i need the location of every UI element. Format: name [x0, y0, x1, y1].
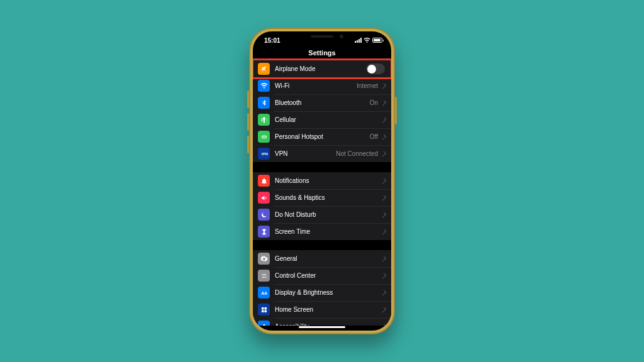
chevron-right-icon: [380, 229, 386, 234]
row-sounds-haptics[interactable]: Sounds & Haptics: [253, 189, 391, 206]
chevron-right-icon: [380, 324, 386, 326]
row-label: Cellular: [275, 116, 380, 123]
battery-icon: [372, 38, 382, 43]
antenna-icon: [258, 114, 270, 126]
row-do-not-disturb[interactable]: Do Not Disturb: [253, 206, 391, 223]
chevron-right-icon: [380, 100, 386, 106]
speaker-icon: [258, 192, 270, 204]
status-time: 15:01: [264, 37, 280, 44]
row-label: Sounds & Haptics: [275, 194, 380, 201]
page-title: Settings: [253, 49, 391, 60]
row-label: Do Not Disturb: [275, 211, 380, 218]
phone-frame: 15:01 Settings Airplane ModeWi-FiInterne…: [249, 28, 395, 334]
row-label: Accessibility: [275, 323, 380, 326]
vpn-icon: VPN: [258, 148, 270, 160]
bluetooth-icon: [258, 97, 270, 109]
row-home-screen[interactable]: Home Screen: [253, 301, 391, 318]
row-cellular[interactable]: Cellular: [253, 111, 391, 128]
row-notifications[interactable]: Notifications: [253, 172, 391, 189]
row-label: Home Screen: [275, 306, 380, 313]
airplane-icon: [258, 63, 270, 75]
chevron-right-icon: [380, 151, 386, 156]
row-label: Display & Brightness: [275, 289, 380, 296]
row-label: Control Center: [275, 272, 380, 279]
person-icon: [258, 321, 270, 326]
row-vpn[interactable]: VPNVPNNot Connected: [253, 145, 391, 162]
switches-icon: [258, 270, 270, 282]
settings-list[interactable]: Airplane ModeWi-FiInternetBluetoothOnCel…: [253, 60, 391, 326]
row-label: Bluetooth: [275, 99, 370, 106]
chevron-right-icon: [380, 134, 386, 140]
row-display-brightness[interactable]: AADisplay & Brightness: [253, 284, 391, 301]
home-indicator[interactable]: [299, 326, 345, 328]
row-general[interactable]: General: [253, 250, 391, 267]
row-value: Not Connected: [336, 150, 378, 157]
row-accessibility[interactable]: Accessibility: [253, 318, 391, 326]
chevron-right-icon: [380, 273, 386, 278]
row-screen-time[interactable]: Screen Time: [253, 223, 391, 240]
svg-point-2: [263, 324, 265, 326]
wifi-status-icon: [364, 38, 370, 43]
chevron-right-icon: [380, 83, 386, 89]
row-label: Screen Time: [275, 228, 380, 235]
row-personal-hotspot[interactable]: Personal HotspotOff: [253, 128, 391, 145]
row-bluetooth[interactable]: BluetoothOn: [253, 94, 391, 111]
row-label: Wi-Fi: [275, 82, 357, 89]
chevron-right-icon: [380, 307, 386, 312]
row-wi-fi[interactable]: Wi-FiInternet: [253, 77, 391, 94]
bell-icon: [258, 175, 270, 187]
screen: 15:01 Settings Airplane ModeWi-FiInterne…: [253, 31, 391, 331]
row-airplane-mode[interactable]: Airplane Mode: [253, 60, 391, 77]
row-value: Internet: [357, 82, 378, 89]
row-value: On: [370, 99, 378, 106]
row-label: General: [275, 255, 380, 262]
settings-group: NotificationsSounds & HapticsDo Not Dist…: [253, 172, 391, 240]
svg-text:AA: AA: [261, 290, 267, 295]
hourglass-icon: [258, 226, 270, 238]
chevron-right-icon: [380, 178, 386, 184]
svg-text:VPN: VPN: [261, 152, 268, 156]
status-icons: [355, 38, 382, 43]
notch: [287, 31, 357, 44]
row-label: Airplane Mode: [275, 65, 366, 72]
settings-group: GeneralControl CenterAADisplay & Brightn…: [253, 250, 391, 326]
moon-icon: [258, 209, 270, 221]
chevron-right-icon: [380, 117, 386, 123]
toggle-airplane-mode[interactable]: [366, 63, 385, 74]
chevron-right-icon: [380, 212, 386, 217]
row-label: Notifications: [275, 177, 380, 184]
row-label: Personal Hotspot: [275, 133, 370, 140]
row-label: VPN: [275, 150, 336, 157]
wifi-icon: [258, 80, 270, 92]
gear-icon: [258, 253, 270, 265]
textsize-icon: AA: [258, 287, 270, 299]
chevron-right-icon: [380, 290, 386, 295]
chevron-right-icon: [380, 256, 386, 261]
grid-icon: [258, 304, 270, 315]
chevron-right-icon: [380, 195, 386, 200]
settings-group: Airplane ModeWi-FiInternetBluetoothOnCel…: [253, 60, 391, 162]
row-control-center[interactable]: Control Center: [253, 267, 391, 284]
row-value: Off: [370, 133, 378, 140]
link-icon: [258, 131, 270, 143]
